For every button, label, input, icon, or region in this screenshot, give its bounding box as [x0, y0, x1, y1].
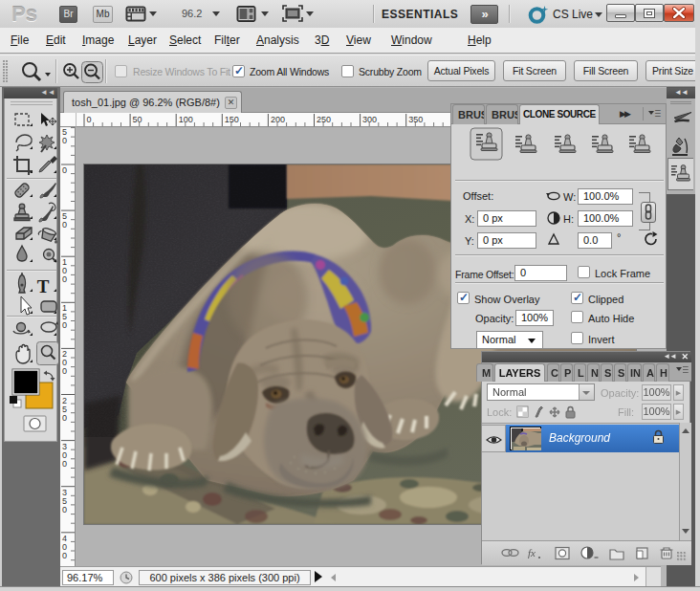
svg-text:200: 200: [271, 115, 285, 124]
svg-text:0: 0: [62, 320, 67, 330]
svg-text:0: 0: [62, 459, 67, 469]
svg-text:T: T: [37, 276, 50, 296]
svg-text:fx: fx: [528, 547, 536, 558]
svg-text:0: 0: [62, 220, 67, 230]
svg-text:250: 250: [317, 115, 331, 124]
svg-text:0: 0: [62, 165, 67, 175]
svg-text:0: 0: [62, 505, 67, 514]
svg-text:100: 100: [179, 115, 193, 124]
svg-text:0: 0: [62, 366, 67, 376]
svg-text:0: 0: [62, 274, 67, 284]
svg-text:50: 50: [133, 115, 142, 124]
svg-text:0: 0: [62, 551, 67, 560]
svg-text:150: 150: [225, 115, 239, 124]
svg-text:0: 0: [87, 115, 92, 124]
svg-text:0: 0: [62, 136, 67, 145]
svg-text:350: 350: [408, 115, 423, 124]
svg-text:0: 0: [62, 413, 67, 423]
svg-text:300: 300: [362, 115, 377, 124]
